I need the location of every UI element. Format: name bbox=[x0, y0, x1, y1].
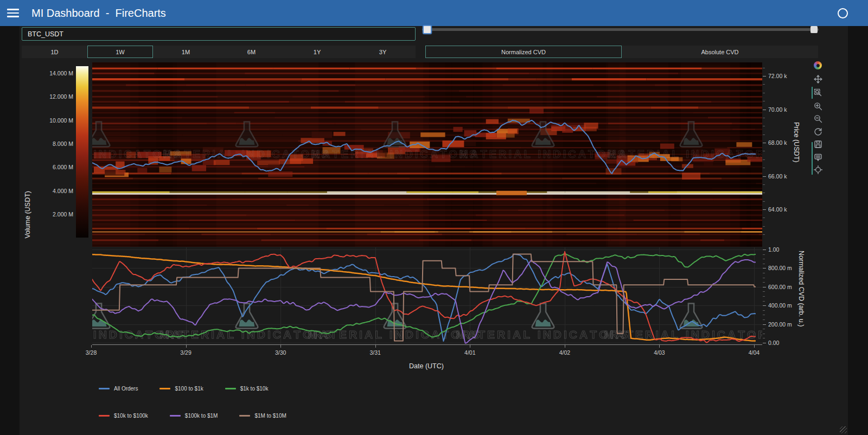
panel-resize-handle[interactable] bbox=[840, 426, 847, 433]
timeframe-button-1w[interactable]: 1W bbox=[87, 46, 153, 58]
legend-line-swatch bbox=[170, 415, 181, 417]
date-range-slider-track[interactable] bbox=[422, 28, 819, 31]
price-tick-mark bbox=[763, 76, 766, 76]
symbol-input[interactable] bbox=[22, 27, 416, 41]
cvd-mode-button-group: Normalized CVDAbsolute CVD bbox=[425, 46, 818, 58]
price-tick-mark bbox=[763, 68, 765, 68]
cvd-tick-mark bbox=[763, 282, 765, 283]
hover-icon[interactable] bbox=[814, 153, 822, 162]
price-tick-mark bbox=[763, 159, 765, 160]
date-range-slider-right-handle[interactable] bbox=[810, 26, 818, 33]
timeframe-button-3y[interactable]: 3Y bbox=[350, 46, 416, 58]
colorbar-tick-label: 10.000 M bbox=[22, 117, 73, 124]
legend-item-all-orders[interactable]: All Orders bbox=[99, 386, 138, 392]
cvd-tick-mark bbox=[763, 324, 766, 325]
x-tick-mark bbox=[91, 345, 92, 348]
cvd-tick-mark bbox=[763, 287, 766, 287]
price-tick-label: 70.00 k bbox=[768, 106, 787, 113]
colorbar-tick-label: 6.000 M bbox=[22, 164, 73, 170]
legend-line-swatch bbox=[239, 415, 250, 417]
price-tick-mark bbox=[763, 193, 765, 193]
x-tick-mark bbox=[754, 345, 755, 348]
cvd-tick-mark bbox=[763, 254, 765, 255]
x-tick-mark bbox=[470, 345, 470, 348]
timeframe-button-1d[interactable]: 1D bbox=[22, 46, 87, 58]
box-zoom-icon[interactable] bbox=[814, 88, 822, 97]
cvd-tick-mark bbox=[763, 310, 765, 311]
page: MI Dashboard - FireCharts 1D1W1M6M1Y3Y N… bbox=[0, 0, 868, 435]
x-tick-label: 4/01 bbox=[459, 349, 481, 356]
cvd-tick-mark bbox=[763, 301, 765, 302]
x-tick-mark bbox=[280, 345, 281, 348]
save-icon[interactable] bbox=[814, 140, 822, 149]
x-tick-label: 4/02 bbox=[554, 349, 576, 356]
x-tick-mark bbox=[659, 345, 660, 348]
price-tick-mark bbox=[763, 143, 766, 143]
price-tick-mark bbox=[763, 209, 766, 210]
legend-item--100-to-1k[interactable]: $100 to $1k bbox=[159, 386, 203, 392]
date-range-slider-left-handle[interactable] bbox=[423, 25, 432, 34]
cvd-mode-button-normalized-cvd[interactable]: Normalized CVD bbox=[425, 46, 622, 58]
price-tick-mark bbox=[763, 176, 766, 177]
legend-label: $1k to $10k bbox=[240, 386, 269, 392]
cvd-tick-mark bbox=[763, 291, 765, 292]
zoom-out-icon[interactable] bbox=[814, 114, 822, 123]
cvd-tick-mark bbox=[763, 315, 765, 315]
price-tick-mark bbox=[763, 234, 765, 235]
plotly-logo-icon[interactable] bbox=[814, 61, 822, 70]
price-tick-mark bbox=[763, 93, 765, 93]
legend-item--10k-to-100k[interactable]: $10k to $100k bbox=[99, 413, 148, 419]
cvd-tick-mark bbox=[763, 329, 765, 329]
cvd-tick-mark bbox=[763, 250, 766, 250]
price-tick-mark bbox=[763, 168, 765, 168]
spikelines-icon[interactable] bbox=[814, 165, 822, 174]
timeframe-button-group: 1D1W1M6M1Y3Y bbox=[22, 46, 416, 58]
timeframe-button-6m[interactable]: 6M bbox=[219, 46, 284, 58]
price-tick-mark bbox=[763, 218, 765, 218]
cvd-tick-label: 800.00 m bbox=[768, 265, 792, 271]
price-tick-mark bbox=[763, 151, 765, 151]
cvd-tick-mark bbox=[763, 305, 766, 306]
cvd-tick-mark bbox=[763, 264, 765, 264]
price-axis-title: Price (USDT) bbox=[793, 122, 800, 162]
cvd-tick-label: 400.00 m bbox=[768, 302, 792, 309]
cvd-canvas[interactable] bbox=[92, 247, 762, 344]
legend-row-1: All Orders$100 to $1k$1k to $10k bbox=[99, 386, 268, 392]
heatmap-canvas[interactable] bbox=[92, 62, 762, 247]
legend-item--1m-to-10m[interactable]: $1M to $10M bbox=[239, 413, 286, 419]
page-title: MI Dashboard - FireCharts bbox=[31, 0, 166, 26]
legend-label: $10k to $100k bbox=[114, 413, 148, 419]
timeframe-button-1y[interactable]: 1Y bbox=[284, 46, 350, 58]
legend-label: $1M to $10M bbox=[254, 413, 286, 419]
legend-item--100k-to-1m[interactable]: $100k to $1M bbox=[170, 413, 218, 419]
x-tick-label: 3/28 bbox=[80, 349, 102, 356]
volume-axis-title: Volume (USDT) bbox=[24, 191, 31, 239]
circle-outline-icon[interactable] bbox=[838, 8, 848, 18]
cvd-tick-mark bbox=[763, 268, 766, 268]
cvd-tick-mark bbox=[763, 319, 765, 320]
x-tick-label: 3/30 bbox=[270, 349, 291, 356]
price-tick-mark bbox=[763, 135, 765, 135]
modebar-active-indicator bbox=[812, 142, 813, 175]
x-tick-label: 3/29 bbox=[175, 349, 197, 356]
price-tick-label: 68.00 k bbox=[768, 139, 787, 146]
legend-line-swatch bbox=[225, 388, 236, 389]
autoscale-icon[interactable] bbox=[814, 127, 822, 136]
zoom-in-icon[interactable] bbox=[814, 102, 822, 111]
legend-label: $100 to $1k bbox=[175, 386, 203, 392]
x-tick-label: 4/03 bbox=[648, 349, 670, 356]
legend-item--1k-to-10k[interactable]: $1k to $10k bbox=[225, 386, 269, 392]
modebar-active-indicator bbox=[812, 87, 813, 99]
pan-icon[interactable] bbox=[814, 75, 822, 84]
price-tick-mark bbox=[763, 110, 766, 110]
x-tick-label: 3/31 bbox=[365, 349, 386, 356]
price-tick-label: 64.00 k bbox=[768, 206, 787, 213]
cvd-tick-mark bbox=[763, 334, 765, 334]
cvd-mode-button-absolute-cvd[interactable]: Absolute CVD bbox=[622, 46, 818, 58]
hamburger-menu-icon[interactable] bbox=[7, 9, 19, 18]
cvd-tick-label: 200.00 m bbox=[768, 321, 792, 328]
timeframe-button-1m[interactable]: 1M bbox=[153, 46, 219, 58]
legend-line-swatch bbox=[159, 388, 170, 389]
cvd-tick-label: 600.00 m bbox=[768, 284, 792, 290]
cvd-tick-mark bbox=[763, 273, 765, 273]
